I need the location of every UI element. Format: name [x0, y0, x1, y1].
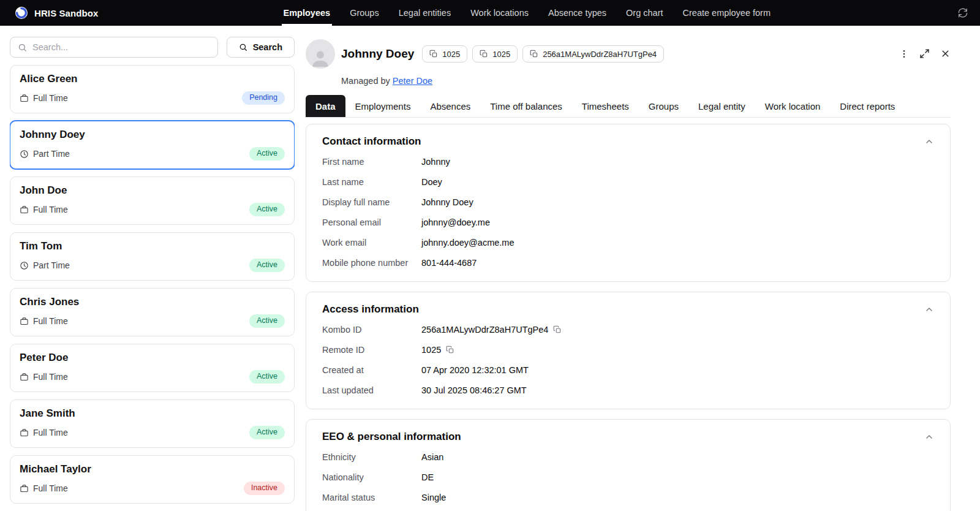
field-row: Last updated30 Jul 2025 08:46:27 GMT — [322, 384, 934, 396]
detail-actions — [887, 48, 951, 59]
field-value: Johnny — [421, 156, 450, 168]
field-value: Single — [421, 491, 446, 504]
status-badge: Active — [249, 314, 285, 328]
employee-card-chris-jones[interactable]: Chris JonesFull TimeActive — [10, 288, 295, 336]
employee-card-peter-doe[interactable]: Peter DoeFull TimeActive — [10, 344, 295, 392]
field-label: Marital status — [322, 491, 421, 504]
id-chip[interactable]: 1025 — [422, 45, 467, 62]
field-row: Mobile phone number801-444-4687 — [322, 257, 934, 269]
kebab-menu-icon[interactable] — [899, 49, 909, 59]
employment-type: Full Time — [33, 483, 68, 493]
nav-item-legal-entities[interactable]: Legal entities — [389, 0, 461, 26]
field-label: Created at — [322, 364, 421, 376]
employee-card-tim-tom[interactable]: Tim TomPart TimeActive — [10, 232, 295, 281]
app-logo-icon — [15, 6, 28, 20]
employee-meta-row: Full TimeActive — [20, 370, 285, 384]
clock-icon — [20, 150, 29, 159]
briefcase-icon — [20, 94, 29, 103]
briefcase-icon — [20, 205, 29, 214]
close-icon[interactable] — [940, 48, 951, 59]
copy-icon — [429, 50, 438, 58]
field-row: Created at07 Apr 2020 12:32:01 GMT — [322, 364, 934, 376]
section-title: Contact information — [322, 135, 421, 148]
field-value: 30 Jul 2025 08:46:27 GMT — [421, 384, 527, 396]
field-value: johnny@doey.me — [421, 216, 490, 229]
employee-detail-panel: Johnny Doey 10251025256a1MALywDdrZ8aH7UT… — [306, 26, 980, 511]
chevron-up-icon[interactable] — [924, 137, 934, 146]
status-badge: Active — [249, 426, 285, 439]
search-input[interactable] — [32, 42, 210, 52]
employee-card-johnny-doey[interactable]: Johnny DoeyPart TimeActive — [10, 121, 295, 169]
field-label: Remote ID — [322, 344, 421, 356]
nav-item-groups[interactable]: Groups — [340, 0, 389, 26]
status-badge: Active — [249, 203, 285, 216]
nav-item-work-locations[interactable]: Work locations — [461, 0, 538, 26]
employee-meta-row: Part TimeActive — [20, 259, 285, 272]
section-header: EEO & personal information — [322, 431, 934, 443]
nav-item-create-employee-form[interactable]: Create employee form — [673, 0, 780, 26]
employee-detail-name: Johnny Doey — [341, 47, 414, 61]
nav-item-org-chart[interactable]: Org chart — [616, 0, 673, 26]
section-header: Access information — [322, 303, 934, 316]
expand-icon[interactable] — [919, 48, 930, 59]
copy-icon[interactable] — [553, 325, 562, 334]
field-row: EthnicityAsian — [322, 451, 934, 463]
briefcase-icon — [20, 428, 29, 437]
status-badge: Pending — [242, 91, 285, 105]
refresh-icon — [958, 8, 968, 18]
employee-card-john-doe[interactable]: John DoeFull TimeActive — [10, 176, 295, 225]
app-title: HRIS Sandbox — [34, 8, 99, 18]
employee-meta-row: Full TimePending — [20, 91, 285, 105]
field-row: Display full nameJohnny Doey — [322, 196, 934, 208]
status-badge: Active — [249, 259, 285, 272]
field-value: 801-444-4687 — [421, 257, 477, 269]
managed-by-label: Managed by — [341, 76, 390, 86]
section-contact-information: Contact informationFirst nameJohnnyLast … — [306, 124, 951, 282]
nav-item-employees[interactable]: Employees — [274, 0, 341, 26]
field-label: Mobile phone number — [322, 257, 421, 269]
briefcase-icon — [20, 373, 29, 382]
employee-name: John Doe — [20, 184, 285, 197]
nav-item-absence-types[interactable]: Absence types — [538, 0, 616, 26]
search-button[interactable]: Search — [227, 37, 295, 58]
tab-legal-entity[interactable]: Legal entity — [688, 95, 755, 117]
section-title: Access information — [322, 303, 419, 316]
field-label: Ethnicity — [322, 451, 421, 463]
chevron-up-icon[interactable] — [924, 305, 934, 314]
field-row: Kombo ID256a1MALywDdrZ8aH7UTgPe4 — [322, 324, 934, 336]
field-label: Work email — [322, 237, 421, 249]
copy-icon — [480, 50, 488, 58]
copy-icon — [530, 50, 538, 58]
tab-employments[interactable]: Employments — [345, 95, 421, 117]
managed-by-link[interactable]: Peter Doe — [393, 76, 432, 86]
detail-header-main: Johnny Doey 10251025256a1MALywDdrZ8aH7UT… — [341, 39, 887, 86]
copy-icon[interactable] — [446, 346, 454, 354]
briefcase-icon — [20, 484, 29, 493]
field-value: Doey — [421, 176, 442, 188]
chevron-up-icon[interactable] — [924, 432, 934, 442]
field-row: Work emailjohnny.doey@acme.me — [322, 237, 934, 249]
field-row: Remote ID1025 — [322, 344, 934, 356]
employee-name: Alice Green — [20, 73, 285, 85]
status-badge: Inactive — [244, 482, 285, 495]
employee-card-alice-green[interactable]: Alice GreenFull TimePending — [10, 65, 295, 113]
employee-name: Peter Doe — [20, 352, 285, 364]
id-chip[interactable]: 256a1MALywDdrZ8aH7UTgPe4 — [522, 45, 664, 62]
tab-groups[interactable]: Groups — [639, 95, 688, 117]
section-header: Contact information — [322, 135, 934, 148]
employment-type: Full Time — [33, 205, 68, 214]
id-chip[interactable]: 1025 — [472, 45, 518, 62]
employee-card-michael-taylor[interactable]: Michael TaylorFull TimeInactive — [10, 455, 295, 504]
section-access-information: Access informationKombo ID256a1MALywDdrZ… — [306, 292, 951, 409]
tab-direct-reports[interactable]: Direct reports — [830, 95, 905, 117]
tab-time-off-balances[interactable]: Time off balances — [480, 95, 572, 117]
field-label: Display full name — [322, 196, 421, 208]
tab-timesheets[interactable]: Timesheets — [572, 95, 639, 117]
employee-card-jane-smith[interactable]: Jane SmithFull TimeActive — [10, 399, 295, 448]
section-eeo-personal-information: EEO & personal informationEthnicityAsian… — [306, 419, 951, 511]
tab-absences[interactable]: Absences — [420, 95, 480, 117]
refresh-button[interactable] — [956, 0, 970, 26]
tab-data[interactable]: Data — [306, 95, 345, 117]
tab-work-location[interactable]: Work location — [755, 95, 831, 117]
employment-type: Full Time — [33, 316, 68, 326]
